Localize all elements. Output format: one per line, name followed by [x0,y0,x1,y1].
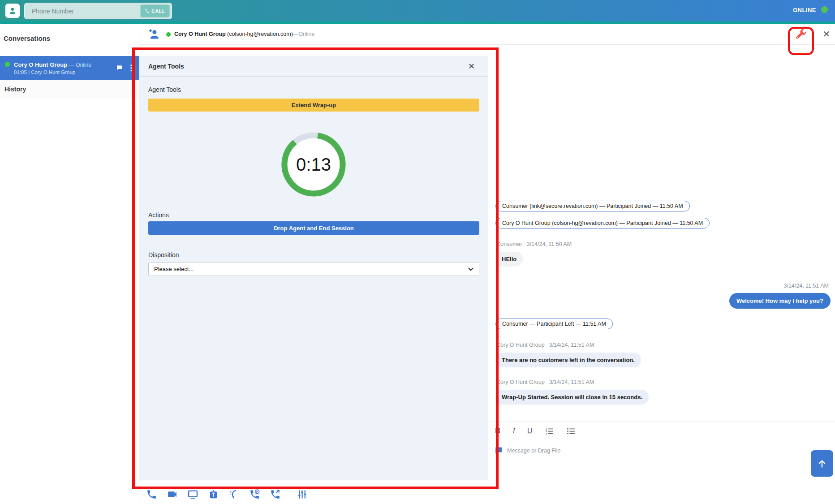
disposition-label: Disposition [148,251,179,258]
timer-value: 0:13 [279,129,349,199]
file-share-icon[interactable] [208,489,219,500]
message-bubble-system: There are no customers left in the conve… [495,353,641,367]
callback-icon[interactable] [228,489,240,500]
svg-text:P: P [256,490,258,493]
extend-wrapup-button[interactable]: Extend Wrap-up [148,99,479,112]
bold-button[interactable]: B [495,426,500,436]
formatting-toolbar: B I U 123 [495,426,576,436]
phone-number-field: CALL [24,3,172,19]
presence-dot [5,62,10,67]
conversation-item[interactable]: Cory O Hunt Group — Online 01:05 | Cory … [0,56,139,80]
chat-title-name: Cory O Hunt Group [174,31,226,37]
message-sender: Consumer [496,241,522,247]
conversation-status: — Online [69,62,91,68]
phone-number-input[interactable] [25,3,140,19]
event-pill: Consumer (link@secure.revation.com) — Pa… [495,201,690,211]
add-participant-icon[interactable] [147,28,160,40]
chat-bubble-icon[interactable] [116,65,123,71]
message-meta: Cory O Hunt Group3/14/24, 11:51 AM [496,342,594,348]
wrapup-timer: 0:13 [279,129,349,199]
conversations-title: Conversations [0,24,139,42]
contacts-icon[interactable] [5,4,20,18]
chevron-down-icon [468,267,473,271]
message-time: 3/14/24, 11:51 AM [549,379,594,385]
message-meta: Consumer3/14/24, 11:50 AM [496,241,572,247]
chat-title: Cory O Hunt Group (colson-hg@revation.co… [174,31,314,37]
video-call-icon[interactable] [167,489,178,500]
actions-label: Actions [148,211,169,219]
message-time: 3/14/24, 11:51 AM [549,342,594,348]
call-controls-toolbar: P [146,489,308,500]
chevron-right-icon: › [131,84,134,94]
screen-share-icon[interactable] [187,489,198,500]
underline-button[interactable]: U [527,426,533,436]
online-status-label: ONLINE [793,7,816,13]
wrench-icon [794,28,807,41]
kebab-menu-icon[interactable]: ⋮ [127,64,135,72]
online-indicator-dot [821,6,828,13]
bottom-divider [139,481,835,481]
agent-tools-panel: Agent Tools ✕ Agent Tools Extend Wrap-up… [139,56,488,480]
ordered-list-button[interactable]: 123 [545,426,554,436]
message-bubble-outgoing: Welcome! How may I help you? [729,293,831,309]
conversation-name: Cory O Hunt Group [14,61,67,68]
send-arrow-icon [816,458,828,470]
close-panel-icon[interactable]: ✕ [468,61,475,71]
compose-area: Message or Drag File [494,446,561,455]
agent-tools-wrench-button[interactable] [794,28,807,41]
chat-title-status: —Online [293,31,315,37]
italic-button[interactable]: I [512,426,515,436]
message-meta: Cory O Hunt Group3/14/24, 11:51 AM [496,379,594,385]
disposition-select[interactable]: Please select... [148,262,479,276]
call-icon [145,9,150,13]
call-button[interactable]: CALL [140,4,170,17]
history-section[interactable]: History › [0,80,139,98]
audio-settings-icon[interactable] [297,489,308,500]
svg-text:3: 3 [545,431,547,435]
event-pill: Cory O Hunt Group (colson-hg@revation.co… [495,218,710,228]
message-sender: Cory O Hunt Group [496,342,545,348]
park-call-icon[interactable]: P [249,489,260,500]
chat-header: Cory O Hunt Group (colson-hg@revation.co… [139,24,835,45]
chat-presence-dot [166,32,171,37]
transfer-call-icon[interactable] [270,489,281,500]
drop-agent-button[interactable]: Drop Agent and End Session [148,221,479,235]
timestamp-right: 3/14/24, 11:51 AM [783,283,829,289]
call-button-label: CALL [151,9,165,14]
history-label: History [4,86,26,93]
agent-tools-header: Agent Tools ✕ [139,56,488,77]
top-bar: CALL ONLINE [0,0,835,22]
unordered-list-button[interactable] [566,426,576,436]
conversation-meta: 01:05 | Cory O Hunt Group [14,69,116,75]
disposition-selected-value: Please select... [154,266,194,272]
close-conversation-icon[interactable]: ✕ [821,29,832,39]
message-time: 3/14/24, 11:50 AM [527,241,572,247]
voice-call-icon[interactable] [146,489,157,500]
agent-tools-title: Agent Tools [139,56,488,77]
message-bubble-icon [494,446,503,455]
message-input[interactable]: Message or Drag File [507,448,561,454]
sidebar: Conversations Cory O Hunt Group — Online… [0,24,139,504]
message-bubble-incoming: HEllo [495,252,523,267]
agent-tools-section-label: Agent Tools [148,86,488,93]
messages-list: Consumer (link@secure.revation.com) — Pa… [489,201,835,410]
event-pill: Consumer — Participant Left — 11:51 AM [495,319,613,329]
message-sender: Cory O Hunt Group [496,379,545,385]
message-bubble-system: Wrap-Up Started. Session will close in 1… [495,390,649,405]
chat-title-email: (colson-hg@revation.com) [227,31,293,37]
compose-divider [489,422,835,422]
send-button[interactable] [811,450,833,477]
